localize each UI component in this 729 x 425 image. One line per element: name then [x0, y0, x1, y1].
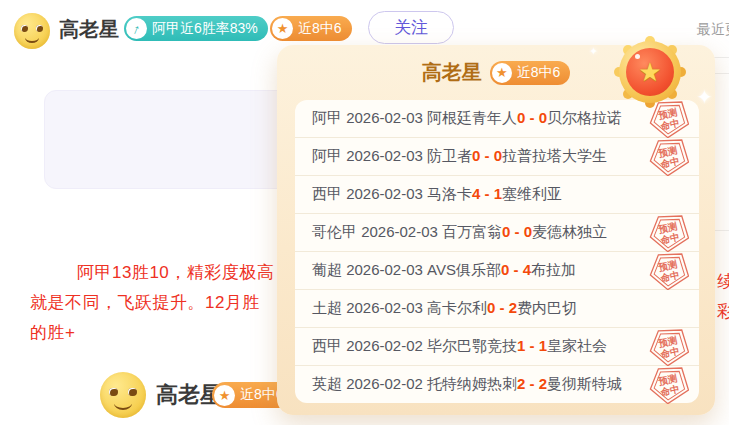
match-score: 1 - 1: [517, 337, 547, 354]
prediction-hit-stamp: 预测 命中: [649, 328, 689, 366]
match-text: 西甲 2026-02-02 毕尔巴鄂竞技1 - 1皇家社会: [312, 337, 607, 356]
prediction-hit-stamp: 预测 命中: [649, 100, 689, 138]
avatar[interactable]: [14, 13, 50, 49]
sparkle-icon: ✦: [696, 85, 713, 109]
match-row: 西甲 2026-02-02 毕尔巴鄂竞技1 - 1皇家社会 预测 命中: [295, 328, 699, 366]
match-prefix: 阿甲 2026-02-03 阿根廷青年人: [312, 109, 517, 126]
match-prefix: 西甲 2026-02-02 毕尔巴鄂竞技: [312, 337, 517, 354]
match-away-team: 布拉加: [531, 261, 576, 278]
match-row: 阿甲 2026-02-03 防卫者0 - 0拉普拉塔大学生 预测 命中: [295, 138, 699, 176]
hit-streak-badge-label: 近8中6: [517, 64, 561, 82]
popup-title: 高老星: [422, 59, 482, 86]
analysis-text-line1: 阿甲13胜10，精彩度极高: [77, 261, 274, 284]
divider: [714, 73, 729, 74]
star-icon: ★: [272, 18, 293, 39]
match-row: 葡超 2026-02-03 AVS俱乐部0 - 4布拉加 预测 命中: [295, 252, 699, 290]
match-prefix: 英超 2026-02-02 托特纳姆热刺: [312, 375, 517, 392]
match-prefix: 哥伦甲 2026-02-03 百万富翁: [312, 223, 502, 240]
star-icon: ★: [214, 385, 235, 406]
match-prefix: 葡超 2026-02-03 AVS俱乐部: [312, 261, 501, 278]
match-text: 哥伦甲 2026-02-03 百万富翁0 - 0麦德林独立: [312, 223, 607, 242]
author-name[interactable]: 高老星: [59, 16, 119, 43]
follow-button[interactable]: 关注: [368, 11, 454, 44]
analysis-text-fragment: 续: [717, 270, 729, 293]
analysis-text-line2: 就是不同，飞跃提升。12月胜: [30, 291, 260, 314]
match-score: 0 - 0: [502, 223, 532, 240]
prediction-hit-stamp: 预测 命中: [649, 366, 689, 404]
prediction-hit-stamp: 预测 命中: [649, 252, 689, 290]
match-row: 英超 2026-02-02 托特纳姆热刺2 - 2曼彻斯特城 预测 命中: [295, 366, 699, 403]
match-away-team: 麦德林独立: [532, 223, 607, 240]
match-text: 葡超 2026-02-03 AVS俱乐部0 - 4布拉加: [312, 261, 576, 280]
match-prefix: 西甲 2026-02-03 马洛卡: [312, 185, 472, 202]
match-text: 土超 2026-02-03 高卡尔利0 - 2费内巴切: [312, 299, 577, 318]
prediction-hit-stamp: 预测 命中: [649, 138, 689, 176]
prediction-history-popup: 高老星 ★ 近8中6 ★ ✦ ✦ 阿甲 2026-02-03 阿根廷青年人0 -…: [277, 45, 715, 415]
analysis-text-fragment: 彩: [717, 300, 729, 323]
match-row: 哥伦甲 2026-02-03 百万富翁0 - 0麦德林独立 预测 命中: [295, 214, 699, 252]
match-text: 阿甲 2026-02-03 防卫者0 - 0拉普拉塔大学生: [312, 147, 607, 166]
match-away-team: 曼彻斯特城: [547, 375, 622, 392]
match-list: 阿甲 2026-02-03 阿根廷青年人0 - 0贝尔格拉诺 预测 命中 阿甲 …: [295, 100, 699, 403]
star-icon: ★: [492, 63, 512, 83]
up-arrow-icon: ↑: [126, 18, 147, 39]
match-score: 0 - 0: [472, 147, 502, 164]
match-text: 英超 2026-02-02 托特纳姆热刺2 - 2曼彻斯特城: [312, 375, 622, 394]
avatar-smile: [25, 32, 39, 43]
match-away-team: 皇家社会: [547, 337, 607, 354]
match-row: 土超 2026-02-03 高卡尔利0 - 2费内巴切: [295, 290, 699, 328]
match-prefix: 阿甲 2026-02-03 防卫者: [312, 147, 472, 164]
win-rate-badge: ↑ 阿甲近6胜率83%: [124, 16, 268, 41]
match-away-team: 费内巴切: [517, 299, 577, 316]
match-text: 阿甲 2026-02-03 阿根廷青年人0 - 0贝尔格拉诺: [312, 109, 622, 128]
recent-update-label: 最近更: [697, 21, 729, 39]
match-away-team: 塞维利亚: [502, 185, 562, 202]
hit-streak-badge-label: 近8中6: [298, 20, 342, 38]
match-score: 0 - 0: [517, 109, 547, 126]
match-text: 西甲 2026-02-03 马洛卡4 - 1塞维利亚: [312, 185, 562, 204]
prediction-hit-stamp: 预测 命中: [649, 214, 689, 252]
medal-icon: ★: [615, 37, 685, 107]
win-rate-badge-label: 阿甲近6胜率83%: [152, 20, 258, 38]
analysis-text-line3: 的胜+: [30, 321, 75, 344]
match-away-team: 贝尔格拉诺: [547, 109, 622, 126]
match-score: 4 - 1: [472, 185, 502, 202]
match-row: 西甲 2026-02-03 马洛卡4 - 1塞维利亚: [295, 176, 699, 214]
match-prefix: 土超 2026-02-03 高卡尔利: [312, 299, 487, 316]
avatar[interactable]: [100, 372, 146, 418]
match-score: 0 - 4: [501, 261, 531, 278]
match-away-team: 拉普拉塔大学生: [502, 147, 607, 164]
page: 阿甲13胜10，精彩度极高 就是不同，飞跃提升。12月胜 的胜+ 续 彩 高老星…: [0, 0, 729, 425]
avatar-smile: [114, 396, 132, 410]
hit-streak-badge: ★ 近8中6: [490, 61, 571, 85]
hit-streak-badge: ★ 近8中6: [270, 16, 352, 41]
divider: [714, 230, 729, 231]
match-score: 0 - 2: [487, 299, 517, 316]
match-score: 2 - 2: [517, 375, 547, 392]
sparkle-icon: ✦: [589, 45, 598, 58]
